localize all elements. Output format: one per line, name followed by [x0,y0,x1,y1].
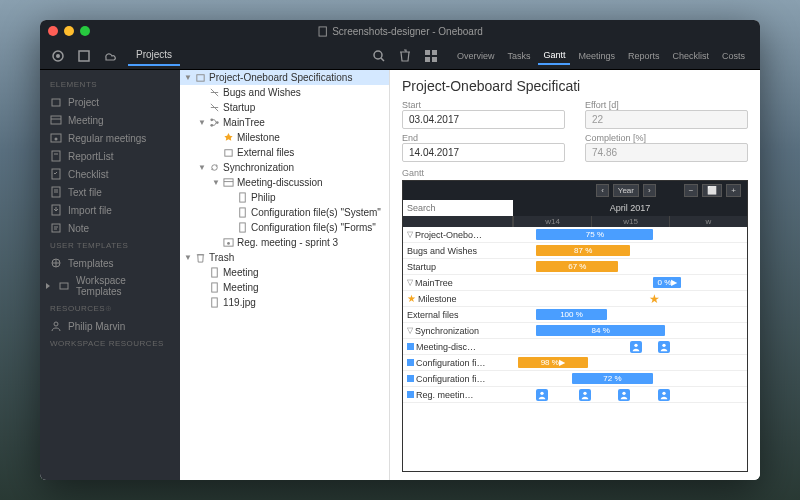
tree-item-label: Milestone [237,132,280,143]
gantt-row-label[interactable]: Reg. meetin… [403,390,513,400]
cloud-icon[interactable] [102,48,118,64]
gantt-row-label[interactable]: Configuration fi… [403,374,513,384]
sidebar-section-header: USER TEMPLATES [40,237,180,254]
svg-rect-42 [212,298,218,307]
gantt-row-label[interactable]: Configuration fi… [403,358,513,368]
gantt-bar[interactable]: 84 % [536,325,665,336]
end-date-input[interactable]: 14.04.2017 [402,143,565,162]
gear-icon[interactable] [50,48,66,64]
chevron-down-icon[interactable]: ▼ [198,163,206,172]
person-icon[interactable] [536,389,548,401]
sidebar-item-templates[interactable]: Templates [40,254,180,272]
tree-item[interactable]: ▼Project-Oneboard Specifications [180,70,389,85]
view-tab-checklist[interactable]: Checklist [667,48,714,64]
view-tab-reports[interactable]: Reports [623,48,665,64]
tree-item[interactable]: Reg. meeting - sprint 3 [180,235,389,250]
person-icon[interactable] [658,389,670,401]
gantt-zoom-in-button[interactable]: + [726,184,741,197]
sidebar-item-meeting[interactable]: Meeting [40,111,180,129]
gantt-scale-select[interactable]: Year [613,184,639,197]
gantt-prev-button[interactable]: ‹ [596,184,609,197]
tree-item[interactable]: Meeting [180,280,389,295]
tree-item[interactable]: Configuration file(s) "Forms" [180,220,389,235]
gantt-row-label[interactable]: External files [403,310,513,320]
chevron-down-icon[interactable]: ▽ [407,278,413,287]
svg-point-47 [623,392,626,395]
view-tab-meetings[interactable]: Meetings [573,48,620,64]
sidebar-item-note[interactable]: Note [40,219,180,237]
svg-point-14 [55,138,58,141]
tree-item-label: MainTree [223,117,265,128]
gantt-row: Configuration fi…72 % [403,371,747,387]
gantt-reset-button[interactable]: ⬜ [702,184,722,197]
tree-item-label: Bugs and Wishes [223,87,301,98]
chevron-down-icon[interactable]: ▽ [407,230,413,239]
gantt-row-label[interactable]: Startup [403,262,513,272]
tree-item[interactable]: ▼Trash [180,250,389,265]
close-button[interactable] [48,26,58,36]
chevron-down-icon[interactable]: ▼ [212,178,220,187]
trash-icon[interactable] [397,48,413,64]
save-icon[interactable] [76,48,92,64]
chevron-down-icon[interactable]: ▽ [407,326,413,335]
gantt-row-label[interactable]: ▽Project-Onebo… [403,230,513,240]
gantt-bar[interactable]: 72 % [572,373,654,384]
gantt-row-label[interactable]: ★Milestone [403,293,513,304]
sidebar-item-reportlist[interactable]: ReportList [40,147,180,165]
view-tab-gantt[interactable]: Gantt [538,47,570,65]
tree-item[interactable]: Startup [180,100,389,115]
tree-item[interactable]: Milestone [180,130,389,145]
gantt-row-label[interactable]: ▽Synchronization [403,326,513,336]
gantt-bar[interactable]: 67 % [536,261,618,272]
tree-item[interactable]: ▼Synchronization [180,160,389,175]
milestone-marker[interactable]: ★ [649,292,660,306]
gantt-zoom-out-button[interactable]: − [684,184,699,197]
minimize-button[interactable] [64,26,74,36]
sidebar-item-checklist[interactable]: Checklist [40,165,180,183]
tree-item[interactable]: ▼MainTree [180,115,389,130]
view-tab-tasks[interactable]: Tasks [502,48,535,64]
view-tab-overview[interactable]: Overview [452,48,500,64]
gantt-week-header: w15 [591,216,669,227]
svg-rect-35 [240,193,246,202]
gantt-bar[interactable]: 98 % ▶ [518,357,588,368]
person-icon[interactable] [658,341,670,353]
gantt-search-input[interactable] [403,200,513,216]
gantt-bar[interactable]: 87 % [536,245,630,256]
sidebar-item-project[interactable]: Project [40,93,180,111]
start-date-input[interactable]: 03.04.2017 [402,110,565,129]
view-tab-costs[interactable]: Costs [717,48,750,64]
projects-tab[interactable]: Projects [128,45,180,66]
tree-item[interactable]: Meeting [180,265,389,280]
tree-item[interactable]: ▼Meeting-discussion [180,175,389,190]
person-icon[interactable] [618,389,630,401]
gantt-bar[interactable]: 75 % [536,229,653,240]
chevron-down-icon[interactable]: ▼ [198,118,206,127]
sidebar-item-text-file[interactable]: Text file [40,183,180,201]
tree-item[interactable]: 119.jpg [180,295,389,310]
tree-item[interactable]: Philip [180,190,389,205]
person-icon[interactable] [579,389,591,401]
gantt-row-label[interactable]: Bugs and Wishes [403,246,513,256]
maximize-button[interactable] [80,26,90,36]
chevron-down-icon[interactable]: ▼ [184,253,192,262]
grid-icon[interactable] [423,48,439,64]
sidebar-item-philip-marvin[interactable]: Philip Marvin [40,317,180,335]
window-title: Screenshots-designer - Oneboard [317,26,483,37]
chevron-down-icon[interactable]: ▼ [184,73,192,82]
tree-item[interactable]: External files [180,145,389,160]
gantt-next-button[interactable]: › [643,184,656,197]
gantt-bar[interactable]: 0 % ▶ [653,277,681,288]
search-icon[interactable] [371,48,387,64]
add-icon[interactable]: ⊕ [105,304,113,313]
gantt-row-label[interactable]: Meeting-disc… [403,342,513,352]
gantt-bar[interactable]: 100 % [536,309,606,320]
tree-item[interactable]: Bugs and Wishes [180,85,389,100]
tree-item[interactable]: Configuration file(s) "System" [180,205,389,220]
sidebar-item-regular-meetings[interactable]: Regular meetings [40,129,180,147]
sidebar-item-workspace-templates[interactable]: Workspace Templates [40,272,180,300]
task-icon [209,87,220,98]
sidebar-item-import-file[interactable]: Import file [40,201,180,219]
person-icon[interactable] [630,341,642,353]
gantt-row-label[interactable]: ▽MainTree [403,278,513,288]
